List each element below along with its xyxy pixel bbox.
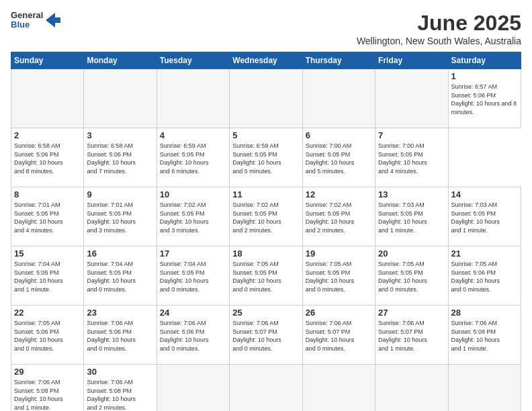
location-title: Wellington, New South Wales, Australia (357, 36, 521, 46)
table-row: 13Sunrise: 7:03 AM Sunset: 5:05 PM Dayli… (375, 187, 448, 246)
calendar-week-2: 8Sunrise: 7:01 AM Sunset: 5:05 PM Daylig… (11, 187, 521, 246)
table-row: 6Sunrise: 7:00 AM Sunset: 5:05 PM Daylig… (302, 128, 375, 187)
calendar-week-3: 15Sunrise: 7:04 AM Sunset: 5:05 PM Dayli… (11, 246, 521, 306)
table-row: 22Sunrise: 7:05 AM Sunset: 5:06 PM Dayli… (11, 306, 84, 365)
table-row: 17Sunrise: 7:04 AM Sunset: 5:05 PM Dayli… (157, 246, 229, 306)
table-row: 20Sunrise: 7:05 AM Sunset: 5:05 PM Dayli… (375, 246, 448, 306)
header-thursday: Thursday (302, 52, 375, 69)
calendar-week-4: 22Sunrise: 7:05 AM Sunset: 5:06 PM Dayli… (11, 306, 521, 365)
header-tuesday: Tuesday (157, 52, 229, 69)
table-row: 25Sunrise: 7:06 AM Sunset: 5:07 PM Dayli… (230, 306, 302, 365)
header-monday: Monday (84, 52, 157, 69)
table-row: 4Sunrise: 6:59 AM Sunset: 5:05 PM Daylig… (157, 128, 229, 187)
table-row: 15Sunrise: 7:04 AM Sunset: 5:05 PM Dayli… (11, 246, 84, 306)
calendar-table: Sunday Monday Tuesday Wednesday Thursday… (11, 52, 521, 411)
table-row: 30Sunrise: 7:06 AM Sunset: 5:08 PM Dayli… (84, 365, 157, 412)
table-row: 5Sunrise: 6:59 AM Sunset: 5:05 PM Daylig… (230, 128, 302, 187)
header-saturday: Saturday (448, 52, 521, 69)
empty-cell (157, 69, 229, 128)
table-row (448, 365, 521, 412)
table-row: 10Sunrise: 7:02 AM Sunset: 5:05 PM Dayli… (157, 187, 229, 246)
table-row: 14Sunrise: 7:03 AM Sunset: 5:05 PM Dayli… (448, 187, 521, 246)
svg-marker-0 (46, 13, 60, 28)
table-row: 12Sunrise: 7:02 AM Sunset: 5:05 PM Dayli… (302, 187, 375, 246)
table-row: 1Sunrise: 6:57 AM Sunset: 5:06 PM Daylig… (448, 69, 521, 128)
logo-arrow-icon (46, 13, 60, 28)
table-row: 11Sunrise: 7:02 AM Sunset: 5:05 PM Dayli… (230, 187, 302, 246)
header: General Blue June 2025 Wellington, New S… (11, 11, 521, 46)
table-row: 9Sunrise: 7:01 AM Sunset: 5:05 PM Daylig… (84, 187, 157, 246)
calendar-body: 1Sunrise: 6:57 AM Sunset: 5:06 PM Daylig… (11, 69, 521, 412)
header-friday: Friday (375, 52, 448, 69)
empty-cell (302, 69, 375, 128)
table-row: 18Sunrise: 7:05 AM Sunset: 5:05 PM Dayli… (230, 246, 302, 306)
table-row (375, 365, 448, 412)
header-wednesday: Wednesday (230, 52, 302, 69)
logo: General Blue (11, 11, 60, 30)
table-row: 27Sunrise: 7:06 AM Sunset: 5:07 PM Dayli… (375, 306, 448, 365)
logo-general-text: General (11, 11, 43, 20)
table-row: 21Sunrise: 7:05 AM Sunset: 5:06 PM Dayli… (448, 246, 521, 306)
month-title: June 2025 (357, 11, 521, 36)
table-row: 29Sunrise: 7:06 AM Sunset: 5:08 PM Dayli… (11, 365, 84, 412)
empty-cell (230, 69, 302, 128)
table-row: 7Sunrise: 7:00 AM Sunset: 5:05 PM Daylig… (375, 128, 448, 187)
title-area: June 2025 Wellington, New South Wales, A… (357, 11, 521, 46)
calendar-week-5: 29Sunrise: 7:06 AM Sunset: 5:08 PM Dayli… (11, 365, 521, 412)
table-row: 8Sunrise: 7:01 AM Sunset: 5:05 PM Daylig… (11, 187, 84, 246)
table-row: 16Sunrise: 7:04 AM Sunset: 5:05 PM Dayli… (84, 246, 157, 306)
calendar-header: Sunday Monday Tuesday Wednesday Thursday… (11, 52, 521, 69)
table-row: 3Sunrise: 6:58 AM Sunset: 5:06 PM Daylig… (84, 128, 157, 187)
empty-cell (84, 69, 157, 128)
table-row: 24Sunrise: 7:06 AM Sunset: 5:06 PM Dayli… (157, 306, 229, 365)
calendar-week-0: 1Sunrise: 6:57 AM Sunset: 5:06 PM Daylig… (11, 69, 521, 128)
table-row (302, 365, 375, 412)
empty-cell (375, 69, 448, 128)
header-row: Sunday Monday Tuesday Wednesday Thursday… (11, 52, 521, 69)
table-row: 23Sunrise: 7:06 AM Sunset: 5:06 PM Dayli… (84, 306, 157, 365)
table-row (157, 365, 229, 412)
table-row: 28Sunrise: 7:06 AM Sunset: 5:08 PM Dayli… (448, 306, 521, 365)
table-row: 2Sunrise: 6:58 AM Sunset: 5:06 PM Daylig… (11, 128, 84, 187)
table-row (230, 365, 302, 412)
table-row: 19Sunrise: 7:05 AM Sunset: 5:05 PM Dayli… (302, 246, 375, 306)
table-row: 26Sunrise: 7:06 AM Sunset: 5:07 PM Dayli… (302, 306, 375, 365)
header-sunday: Sunday (11, 52, 84, 69)
empty-cell (11, 69, 84, 128)
calendar-week-1: 2Sunrise: 6:58 AM Sunset: 5:06 PM Daylig… (11, 128, 521, 187)
logo-blue-text: Blue (11, 20, 43, 30)
